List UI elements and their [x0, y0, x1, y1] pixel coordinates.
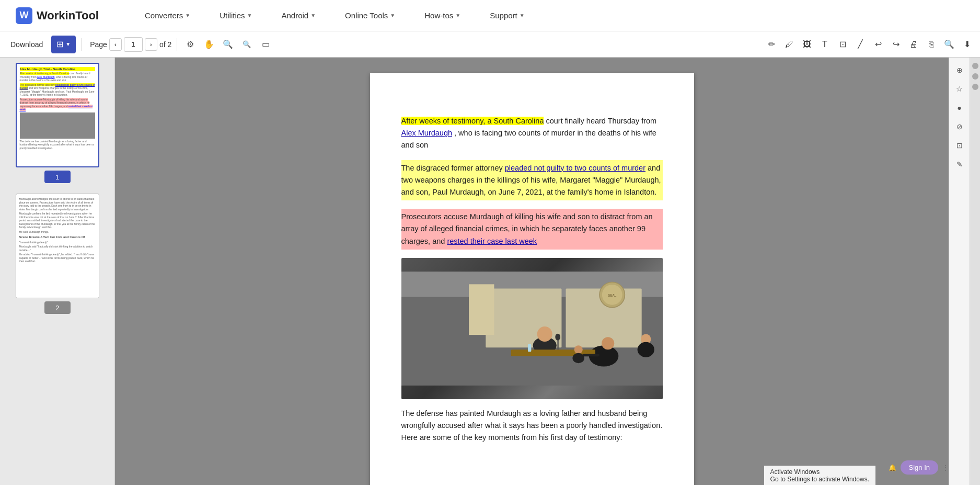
activate-subtitle: Go to Settings to activate Windows.	[770, 476, 869, 483]
nav-android[interactable]: Android ▼	[277, 9, 320, 22]
highlighted-text-1: After weeks of testimony, a South Caroli…	[401, 117, 544, 125]
download-button[interactable]: Download	[5, 36, 48, 53]
redo-button[interactable]: ↪	[888, 37, 904, 52]
toolbar-divider	[81, 38, 82, 51]
far-right-indicator-2	[972, 73, 978, 80]
save-button[interactable]: ⬇	[959, 37, 975, 52]
chevron-down-icon: ▼	[310, 13, 316, 18]
draw-tool-button[interactable]: ✏	[764, 37, 779, 52]
page-view-button[interactable]: ▭	[258, 37, 273, 52]
page-2-label[interactable]: 2	[44, 301, 71, 314]
crop-tool-button[interactable]: ⊡	[835, 37, 850, 52]
far-right-panel	[970, 58, 980, 485]
chevron-down-icon: ▼	[185, 13, 190, 18]
paragraph-2: The disgraced former attorney pleaded no…	[401, 160, 663, 201]
activate-windows-banner: Activate Windows Go to Settings to activ…	[764, 466, 875, 485]
line-tool-button[interactable]: ╱	[852, 37, 868, 52]
right-panel-btn-5[interactable]: ⊡	[952, 138, 967, 153]
nav-support[interactable]: Support ▼	[486, 9, 528, 22]
chevron-down-icon: ▼	[520, 13, 525, 18]
thumbnail-sidebar: Alex Murdaugh Trial – South Carolina Aft…	[0, 58, 115, 485]
far-right-indicator-1	[972, 63, 978, 69]
paragraph-1: After weeks of testimony, a South Caroli…	[401, 115, 663, 152]
right-panel-btn-1[interactable]: ⊕	[952, 63, 967, 77]
page-number-input[interactable]	[124, 37, 143, 52]
highlight-tool-button[interactable]: 🖊	[781, 37, 797, 52]
plea-link[interactable]: pleaded not guilty to two counts of murd…	[505, 164, 645, 172]
print-button[interactable]: 🖨	[906, 37, 921, 52]
page-navigation: Page ‹ › of 2	[90, 37, 171, 52]
pdf-viewer[interactable]: After weeks of testimony, a South Caroli…	[115, 58, 949, 485]
svg-point-16	[555, 333, 560, 340]
svg-rect-17	[527, 344, 531, 352]
right-panel: ⊕ ☆ ● ⊘ ⊡ ✎	[949, 58, 970, 485]
settings-button[interactable]: ⚙	[182, 37, 198, 52]
logo-text: WorkinTool	[37, 9, 99, 22]
courtroom-svg: SEAL	[401, 258, 663, 399]
svg-point-9	[537, 326, 552, 342]
page-1-thumbnail-container: Alex Murdaugh Trial – South Carolina Aft…	[5, 63, 109, 183]
svg-point-11	[602, 337, 614, 349]
alex-murdaugh-link[interactable]: Alex Murdaugh	[401, 129, 453, 137]
nav-utilities[interactable]: Utilities ▼	[215, 9, 256, 22]
logo-area[interactable]: W WorkinTool	[16, 7, 99, 24]
paragraph-3: Prosecutors accuse Murdaugh of killing h…	[401, 209, 663, 250]
top-navigation: W WorkinTool Converters ▼ Utilities ▼ An…	[0, 0, 980, 31]
page-2-thumbnail[interactable]: Murdaugh acknowledges the court to atten…	[16, 194, 99, 298]
page-total: 2	[168, 40, 172, 49]
logo-icon: W	[16, 7, 32, 24]
page-2-thumbnail-container: Murdaugh acknowledges the court to atten…	[5, 194, 109, 314]
far-right-indicator-3	[972, 84, 978, 90]
grid-icon: ⊞	[56, 39, 63, 49]
chevron-down-icon: ▼	[65, 41, 71, 47]
hand-tool-button[interactable]: ✋	[201, 37, 217, 52]
svg-rect-7	[469, 284, 494, 335]
svg-point-18	[574, 345, 582, 354]
nav-how-tos[interactable]: How-tos ▼	[420, 9, 465, 22]
svg-point-19	[572, 353, 584, 363]
more-options-icon[interactable]: ⋮	[942, 464, 949, 471]
next-page-button[interactable]: ›	[145, 38, 157, 51]
page-1-thumbnail[interactable]: Alex Murdaugh Trial – South Carolina Aft…	[16, 63, 99, 167]
signin-area: 🔔 Sign In ⋮	[889, 460, 949, 475]
courtroom-image: SEAL	[401, 258, 663, 399]
zoom-out-button[interactable]: 🔍	[239, 37, 255, 52]
right-panel-btn-2[interactable]: ☆	[952, 82, 967, 96]
nav-online-tools[interactable]: Online Tools ▼	[341, 9, 399, 22]
rested-case-link[interactable]: rested their case last week	[447, 237, 537, 245]
svg-text:SEAL: SEAL	[607, 293, 616, 297]
chevron-down-icon: ▼	[390, 13, 395, 18]
search-toolbar-button[interactable]: 🔍	[941, 37, 957, 52]
share-button[interactable]: ⎘	[924, 37, 939, 52]
main-area: Alex Murdaugh Trial – South Carolina Aft…	[0, 58, 980, 485]
right-panel-btn-3[interactable]: ●	[952, 100, 967, 115]
right-panel-btn-6[interactable]: ✎	[952, 157, 967, 172]
toolbar-divider-2	[177, 38, 177, 51]
page-1-label[interactable]: 1	[44, 171, 71, 183]
nav-converters[interactable]: Converters ▼	[141, 9, 194, 22]
prev-page-button[interactable]: ‹	[109, 38, 122, 51]
page-of-label: of	[159, 40, 166, 49]
chevron-down-icon: ▼	[455, 13, 460, 18]
activate-title: Activate Windows	[770, 468, 869, 476]
right-toolbar: ✏ 🖊 🖼 T ⊡ ╱ ↩ ↪ 🖨 ⎘ 🔍 ⬇	[764, 37, 975, 52]
page-label: Page	[90, 40, 107, 49]
zoom-in-button[interactable]: 🔍	[220, 37, 236, 52]
pdf-page-1: After weeks of testimony, a South Caroli…	[370, 73, 694, 485]
paragraph-4: The defense has painted Murdaugh as a lo…	[401, 408, 663, 444]
svg-point-13	[637, 342, 654, 357]
chevron-down-icon: ▼	[247, 13, 252, 18]
text-tool-button[interactable]: T	[817, 37, 833, 52]
undo-button[interactable]: ↩	[870, 37, 886, 52]
toolbar: Download ⊞ ▼ Page ‹ › of 2 ⚙ ✋ 🔍 🔍 ▭ ✏ 🖊…	[0, 31, 980, 58]
signin-button[interactable]: Sign In	[901, 460, 938, 475]
svg-rect-20	[582, 354, 599, 356]
signin-hint: 🔔	[889, 464, 896, 471]
image-tool-button[interactable]: 🖼	[799, 37, 815, 52]
view-toggle-button[interactable]: ⊞ ▼	[51, 36, 76, 53]
right-panel-btn-4[interactable]: ⊘	[952, 119, 967, 134]
